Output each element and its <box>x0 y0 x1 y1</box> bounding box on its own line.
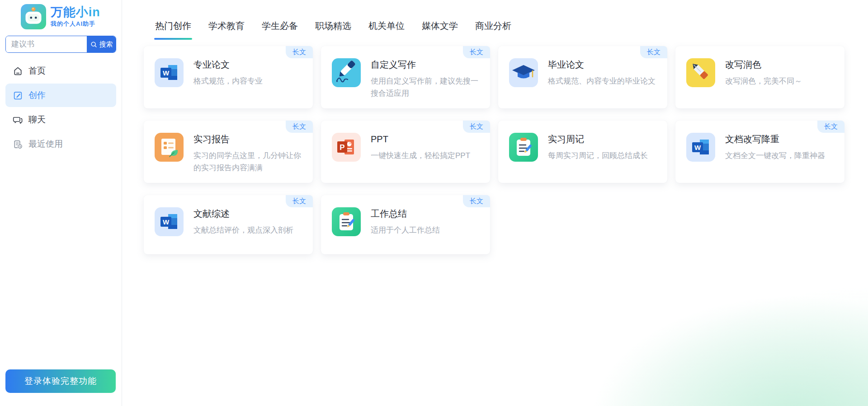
sidebar-item-create[interactable]: 创作 <box>5 84 116 107</box>
login-button[interactable]: 登录体验完整功能 <box>5 369 116 393</box>
card-title: 自定义写作 <box>371 59 479 71</box>
tab-business[interactable]: 商业分析 <box>475 20 511 40</box>
app-name: 万能小in <box>51 5 100 19</box>
sidebar-item-recent[interactable]: 最近使用 <box>5 132 116 156</box>
app-card[interactable]: 长文 实习报告 实习的同学点这里，几分钟让你的实习报告内容满满 <box>144 121 313 183</box>
card-desc: 一键快速生成，轻松搞定PPT <box>371 149 470 162</box>
long-text-badge: 长文 <box>817 121 844 133</box>
app-logo[interactable]: 万能小in 我的个人AI助手 <box>21 4 116 29</box>
tab-hot-creation[interactable]: 热门创作 <box>155 20 191 40</box>
sidebar-item-chat[interactable]: 聊天 <box>5 108 116 131</box>
clipboard-icon <box>509 133 538 162</box>
card-title: 专业论文 <box>193 59 263 71</box>
card-desc: 每周实习周记，回顾总结成长 <box>548 149 648 162</box>
app-card[interactable]: 长文 文献综述 文献总结评价，观点深入剖析 <box>144 195 313 254</box>
category-tabs: 热门创作 学术教育 学生必备 职场精选 机关单位 媒体文学 商业分析 <box>155 20 868 40</box>
sidebar-item-label: 首页 <box>28 65 46 77</box>
robot-logo-icon <box>21 4 46 29</box>
sidebar-nav: 首页 创作 聊天 最近使用 <box>5 59 116 156</box>
card-title: 毕业论文 <box>548 59 656 71</box>
tab-student[interactable]: 学生必备 <box>262 20 298 40</box>
recent-icon <box>13 139 23 149</box>
sidebar-item-label: 创作 <box>28 89 46 101</box>
tab-workplace[interactable]: 职场精选 <box>315 20 351 40</box>
ppt-icon <box>332 133 361 162</box>
tab-academic[interactable]: 学术教育 <box>208 20 245 40</box>
card-desc: 使用自定义写作前，建议先搜一搜合适应用 <box>371 75 479 99</box>
sidebar-item-label: 聊天 <box>28 114 46 126</box>
card-title: 文献综述 <box>193 208 293 220</box>
graduation-cap-icon <box>509 58 538 87</box>
app-card[interactable]: 实习周记 每周实习周记，回顾总结成长 <box>498 121 667 183</box>
long-text-badge: 长文 <box>640 46 667 58</box>
app-card[interactable]: 长文 文档改写降重 文档全文一键改写，降重神器 <box>675 121 844 183</box>
card-title: 实习报告 <box>193 133 302 145</box>
card-desc: 文献总结评价，观点深入剖析 <box>193 224 293 236</box>
search-box: 搜索 <box>5 36 116 53</box>
app-card-grid: 长文 专业论文 格式规范，内容专业 长文 自定义写作 使用自定义写作前，建议先搜… <box>144 46 844 254</box>
tab-government[interactable]: 机关单位 <box>368 20 405 40</box>
long-text-badge: 长文 <box>286 46 313 58</box>
long-text-badge: 长文 <box>463 46 490 58</box>
brush-icon <box>686 58 715 87</box>
sidebar-item-home[interactable]: 首页 <box>5 59 116 83</box>
app-card[interactable]: 长文 工作总结 适用于个人工作总结 <box>321 195 490 254</box>
card-title: 文档改写降重 <box>725 133 825 145</box>
card-desc: 改写润色，完美不同～ <box>725 75 802 87</box>
word-doc-icon <box>155 207 184 236</box>
card-title: PPT <box>371 133 470 145</box>
search-button[interactable]: 搜索 <box>87 36 116 52</box>
report-leaf-icon <box>155 133 184 162</box>
card-title: 工作总结 <box>371 208 440 220</box>
card-desc: 格式规范、内容专业的毕业论文 <box>548 75 656 87</box>
long-text-badge: 长文 <box>463 121 490 133</box>
home-icon <box>13 66 23 76</box>
long-text-badge: 长文 <box>463 195 490 207</box>
app-card[interactable]: 长文 自定义写作 使用自定义写作前，建议先搜一搜合适应用 <box>321 46 490 108</box>
tab-media[interactable]: 媒体文学 <box>422 20 458 40</box>
long-text-badge: 长文 <box>286 195 313 207</box>
word-doc-icon <box>686 133 715 162</box>
clipboard-icon <box>332 207 361 236</box>
app-card[interactable]: 长文 毕业论文 格式规范、内容专业的毕业论文 <box>498 46 667 108</box>
app-card[interactable]: 长文 PPT 一键快速生成，轻松搞定PPT <box>321 121 490 183</box>
main-content: 热门创作 学术教育 学生必备 职场精选 机关单位 媒体文学 商业分析 长文 专业… <box>122 0 868 406</box>
card-desc: 文档全文一键改写，降重神器 <box>725 149 825 162</box>
pen-icon <box>332 58 361 87</box>
search-input[interactable] <box>6 36 87 52</box>
card-desc: 适用于个人工作总结 <box>371 224 440 236</box>
logo-text: 万能小in 我的个人AI助手 <box>51 5 100 28</box>
search-icon <box>90 41 98 48</box>
app-card[interactable]: 改写润色 改写润色，完美不同～ <box>675 46 844 108</box>
long-text-badge: 长文 <box>286 121 313 133</box>
chat-icon <box>13 115 23 125</box>
card-desc: 格式规范，内容专业 <box>193 75 263 87</box>
app-tagline: 我的个人AI助手 <box>51 20 100 28</box>
word-doc-icon <box>155 58 184 87</box>
app-card[interactable]: 长文 专业论文 格式规范，内容专业 <box>144 46 313 108</box>
app-root: 万能小in 我的个人AI助手 搜索 首页 创作 聊天 <box>0 0 868 406</box>
card-title: 实习周记 <box>548 133 648 145</box>
card-title: 改写润色 <box>725 59 802 71</box>
sidebar: 万能小in 我的个人AI助手 搜索 首页 创作 聊天 <box>0 0 122 406</box>
search-button-label: 搜索 <box>99 40 113 49</box>
card-desc: 实习的同学点这里，几分钟让你的实习报告内容满满 <box>193 149 302 174</box>
edit-icon <box>13 90 23 101</box>
sidebar-item-label: 最近使用 <box>28 138 63 150</box>
